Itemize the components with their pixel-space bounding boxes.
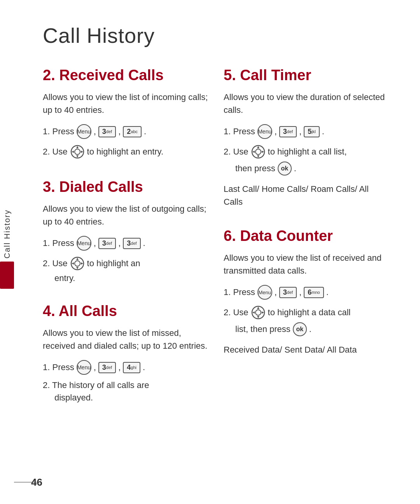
page-number: 46 (31, 476, 42, 488)
side-tab-bar (0, 262, 14, 289)
period: . (322, 126, 324, 137)
section-call-timer: 5. Call Timer Allows you to view the dur… (224, 67, 389, 208)
svg-marker-17 (262, 151, 264, 153)
nav-ring-icon (251, 305, 266, 320)
section5-step2-cont: then press ok . (235, 162, 389, 176)
svg-marker-9 (76, 267, 79, 269)
step2-label: 2. Use (224, 307, 248, 318)
section3-desc: Allows you to view the list of outgoing … (43, 202, 208, 228)
content-columns: 2. Received Calls Allows you to view the… (43, 67, 389, 422)
key-4ghi: 4ghi (123, 362, 140, 373)
side-tab: Call History (0, 209, 14, 295)
ok-button: ok (293, 322, 307, 336)
right-column: 5. Call Timer Allows you to view the dur… (224, 67, 389, 422)
key-2abc: 2abc (123, 126, 142, 137)
svg-marker-3 (76, 155, 79, 158)
step2-label: 2. Use (224, 147, 248, 157)
then-press-text: then press (235, 163, 275, 174)
section-received-calls: 2. Received Calls Allows you to view the… (43, 67, 208, 159)
nav-ring-icon (70, 256, 85, 271)
section5-step1: 1. Press Menu , 3def , 5jkl . (224, 124, 389, 139)
svg-marker-5 (81, 151, 83, 153)
section-data-counter: 6. Data Counter Allows you to view the l… (224, 228, 389, 356)
step-number: 1. Press (224, 126, 255, 137)
comma: , (94, 238, 96, 248)
key-3def-2: 3def (123, 238, 140, 249)
key-6mno: 6mno (304, 287, 324, 298)
comma2: , (299, 126, 301, 137)
menu-button: Menu (257, 124, 272, 139)
comma: , (275, 287, 277, 297)
step2-text: to highlight an entry. (87, 147, 164, 157)
comma2: , (118, 126, 121, 137)
section3-step2: 2. Use to highlight an (43, 256, 208, 271)
period: . (309, 324, 312, 334)
period: . (143, 238, 145, 248)
step-number: 1. Press (43, 362, 74, 372)
section4-step1: 1. Press Menu , 3def , 4ghi . (43, 360, 208, 375)
section5-desc: Allows you to view the duration of selec… (224, 91, 389, 116)
svg-marker-15 (257, 155, 259, 158)
svg-marker-16 (252, 151, 255, 153)
comma: , (275, 126, 277, 137)
step-number: 1. Press (43, 238, 74, 248)
step2-label: 2. Use (43, 147, 68, 157)
menu-button: Menu (257, 285, 272, 300)
step2-text: to highlight a call list, (268, 147, 347, 157)
period: . (294, 163, 296, 174)
section-all-calls: 4. All Calls Allows you to view the list… (43, 303, 208, 403)
step2-text: 2. The history of all calls are (43, 380, 149, 390)
page: Call History 46 Call History 2. Received… (0, 0, 420, 504)
section5-step2: 2. Use to highlight a call list, (224, 144, 389, 159)
section4-desc: Allows you to view the list of missed, r… (43, 327, 208, 352)
step2-text: to highlight a data call (268, 307, 351, 318)
section3-step1: 1. Press Menu , 3def , 3def . (43, 236, 208, 251)
svg-point-7 (75, 261, 80, 266)
section-dialed-calls: 3. Dialed Calls Allows you to view the l… (43, 179, 208, 283)
svg-marker-21 (257, 316, 259, 318)
svg-marker-4 (72, 151, 74, 153)
section2-desc: Allows you to view the list of incoming … (43, 91, 208, 116)
section2-step2: 2. Use to highlight an entry. (43, 144, 208, 159)
section4-step2: 2. The history of all calls are (43, 380, 208, 390)
section6-options: Received Data/ Sent Data/ All Data (224, 343, 389, 356)
period: . (326, 287, 329, 297)
left-column: 2. Received Calls Allows you to view the… (43, 67, 208, 422)
nav-ring-icon (251, 144, 266, 159)
section6-step2: 2. Use to highlight a data call (224, 305, 389, 320)
key-5jkl: 5jkl (304, 126, 319, 137)
section4-title: 4. All Calls (43, 303, 208, 320)
key-3def: 3def (98, 362, 116, 373)
key-3def: 3def (279, 126, 297, 137)
key-3def: 3def (98, 126, 116, 137)
svg-marker-23 (262, 311, 264, 314)
nav-ring-icon (70, 144, 85, 159)
section6-step1: 1. Press Menu , 3def , 6mno . (224, 285, 389, 300)
section3-title: 3. Dialed Calls (43, 179, 208, 195)
svg-point-13 (256, 149, 261, 155)
section5-options: Last Call/ Home Calls/ Roam Calls/ All C… (224, 183, 389, 208)
menu-button: Menu (77, 360, 91, 375)
section6-title: 6. Data Counter (224, 228, 389, 244)
svg-marker-8 (76, 258, 79, 260)
period: . (143, 362, 145, 372)
svg-marker-22 (252, 311, 255, 314)
section6-desc: Allows you to view the list of received … (224, 251, 389, 277)
comma2: , (118, 362, 121, 372)
side-tab-label: Call History (3, 209, 12, 258)
section6-step2-cont: list, then press ok . (235, 322, 389, 336)
section2-title: 2. Received Calls (43, 67, 208, 84)
section5-title: 5. Call Timer (224, 67, 389, 84)
ok-button: ok (278, 162, 292, 176)
period: . (144, 126, 146, 137)
menu-button: Menu (77, 124, 91, 139)
key-3def: 3def (279, 287, 297, 298)
svg-point-19 (256, 310, 261, 315)
list-then-press-text: list, then press (235, 324, 290, 334)
comma2: , (118, 238, 121, 248)
svg-marker-20 (257, 307, 259, 309)
comma: , (94, 126, 96, 137)
svg-marker-10 (72, 262, 74, 265)
section2-step1: 1. Press Menu , 3def , 2abc . (43, 124, 208, 139)
step-number: 1. Press (43, 126, 74, 137)
